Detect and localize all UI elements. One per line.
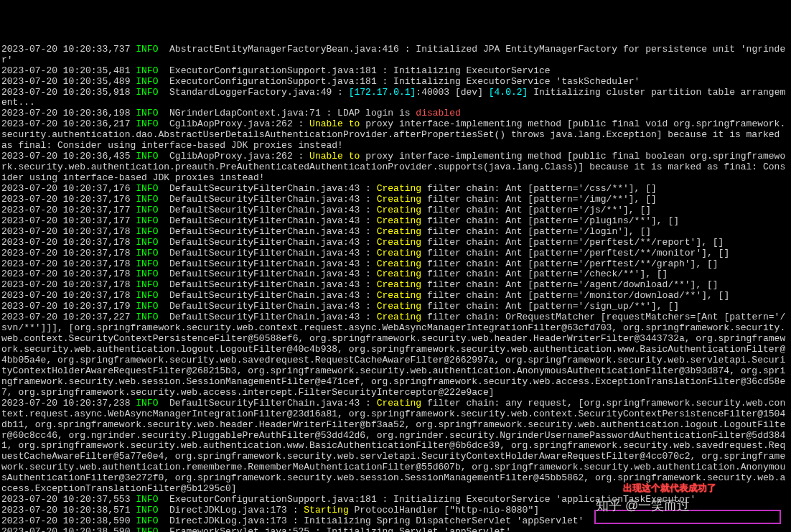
log-level: INFO bbox=[136, 312, 158, 322]
log-segment: Creating bbox=[377, 237, 421, 248]
log-segment: ExecutorConfigurationSupport.java:181 : … bbox=[158, 494, 696, 505]
log-segment: Starting bbox=[304, 505, 348, 515]
log-segment: DefaultSecurityFilterChain.java:43 : bbox=[158, 301, 376, 312]
log-level: INFO bbox=[136, 118, 158, 129]
log-segment: Unable to bbox=[309, 151, 360, 162]
log-segment: DirectJDKLog.java:173 : Initializing Spr… bbox=[158, 515, 584, 526]
log-segment: Creating bbox=[377, 258, 421, 269]
log-segment: DefaultSecurityFilterChain.java:43 : bbox=[158, 215, 376, 226]
log-level: INFO bbox=[136, 505, 158, 515]
log-timestamp: 2023-07-20 10:20:33,737 bbox=[1, 44, 130, 55]
log-segment: DirectJDKLog.java:173 : bbox=[158, 505, 304, 515]
log-segment: ExecutorConfigurationSupport.java:181 : … bbox=[158, 65, 550, 76]
log-segment: DefaultSecurityFilterChain.java:43 : bbox=[158, 205, 376, 215]
log-segment: DefaultSecurityFilterChain.java:43 : bbox=[158, 194, 376, 205]
log-timestamp: 2023-07-20 10:20:37,179 bbox=[1, 301, 130, 312]
log-level: INFO bbox=[136, 76, 158, 87]
log-level: INFO bbox=[136, 205, 158, 215]
log-timestamp: 2023-07-20 10:20:35,489 bbox=[1, 76, 130, 87]
log-level: INFO bbox=[136, 248, 158, 258]
log-segment: Creating bbox=[377, 398, 421, 409]
log-timestamp: 2023-07-20 10:20:37,553 bbox=[1, 494, 130, 505]
log-timestamp: 2023-07-20 10:20:37,178 bbox=[1, 248, 130, 258]
log-level: INFO bbox=[136, 301, 158, 312]
log-segment: DefaultSecurityFilterChain.java:43 : bbox=[158, 248, 376, 258]
log-segment: filter chain: Ant [pattern='/js/**'], [] bbox=[421, 205, 651, 215]
log-segment: DefaultSecurityFilterChain.java:43 : bbox=[158, 312, 376, 322]
log-timestamp: 2023-07-20 10:20:38,590 bbox=[1, 526, 130, 532]
log-segment: filter chain: Ant [pattern='/sign_up/**'… bbox=[421, 301, 679, 312]
log-segment: DefaultSecurityFilterChain.java:43 : bbox=[158, 269, 376, 279]
log-segment: filter chain: Ant [pattern='/img/**'], [… bbox=[421, 194, 657, 205]
log-timestamp: 2023-07-20 10:20:36,217 bbox=[1, 118, 130, 129]
log-timestamp: 2023-07-20 10:20:37,178 bbox=[1, 226, 130, 237]
log-level: INFO bbox=[136, 269, 158, 279]
log-segment: DefaultSecurityFilterChain.java:43 : bbox=[158, 183, 376, 194]
log-level: INFO bbox=[136, 279, 158, 290]
log-segment: FrameworkServlet.java:525 : Initializing… bbox=[158, 526, 510, 532]
log-level: INFO bbox=[136, 183, 158, 194]
log-segment: filter chain: Ant [pattern='/perftest/**… bbox=[421, 258, 718, 269]
log-segment: Creating bbox=[377, 248, 421, 258]
log-timestamp: 2023-07-20 10:20:37,178 bbox=[1, 290, 130, 301]
log-timestamp: 2023-07-20 10:20:37,178 bbox=[1, 258, 130, 269]
log-segment: DefaultSecurityFilterChain.java:43 : bbox=[158, 258, 376, 269]
log-segment: Creating bbox=[377, 269, 421, 279]
log-timestamp: 2023-07-20 10:20:36,435 bbox=[1, 151, 130, 162]
log-segment: NGrinderLdapContext.java:71 : LDAP login… bbox=[158, 108, 416, 118]
log-level: INFO bbox=[136, 398, 158, 409]
log-segment: Creating bbox=[377, 301, 421, 312]
log-segment: filter chain: OrRequestMatcher [requestM… bbox=[1, 312, 785, 398]
log-segment: ExecutorConfigurationSupport.java:181 : … bbox=[158, 76, 640, 87]
log-timestamp: 2023-07-20 10:20:37,178 bbox=[1, 269, 130, 279]
log-level: INFO bbox=[136, 215, 158, 226]
log-segment: filter chain: Ant [pattern='/perftest/**… bbox=[421, 237, 724, 248]
log-segment: filter chain: Ant [pattern='/plugins/**'… bbox=[421, 215, 679, 226]
log-level: INFO bbox=[136, 65, 158, 76]
log-level: INFO bbox=[136, 237, 158, 248]
log-segment: disabled bbox=[416, 108, 460, 118]
terminal-log-output: 2023-07-20 10:20:33,737 INFO AbstractEnt… bbox=[1, 45, 790, 532]
log-timestamp: 2023-07-20 10:20:36,198 bbox=[1, 108, 130, 118]
log-timestamp: 2023-07-20 10:20:38,590 bbox=[1, 515, 130, 526]
log-segment: DefaultSecurityFilterChain.java:43 : bbox=[158, 279, 376, 290]
log-segment: CglibAopProxy.java:262 : bbox=[158, 118, 309, 129]
log-level: INFO bbox=[136, 44, 158, 55]
log-segment: filter chain: Ant [pattern='/login'], [] bbox=[421, 226, 651, 237]
log-segment: Creating bbox=[377, 194, 421, 205]
log-timestamp: 2023-07-20 10:20:37,238 bbox=[1, 398, 130, 409]
log-segment: [172.17.0.1] bbox=[349, 87, 416, 98]
log-level: INFO bbox=[136, 515, 158, 526]
log-segment: filter chain: Ant [pattern='/perftest/**… bbox=[421, 248, 729, 258]
log-segment: DefaultSecurityFilterChain.java:43 : bbox=[158, 237, 376, 248]
log-segment: StandardLoggerFactory.java:49 : bbox=[158, 87, 348, 98]
log-level: INFO bbox=[136, 290, 158, 301]
log-segment: [4.0.2] bbox=[489, 87, 528, 98]
log-level: INFO bbox=[136, 87, 158, 98]
log-segment: :40003 [dev] bbox=[416, 87, 488, 98]
log-segment: filter chain: Ant [pattern='/check/**'],… bbox=[421, 269, 668, 279]
log-timestamp: 2023-07-20 10:20:37,227 bbox=[1, 312, 130, 322]
log-segment: Creating bbox=[377, 279, 421, 290]
log-segment: Unable to bbox=[309, 118, 360, 129]
log-segment: CglibAopProxy.java:262 : bbox=[158, 151, 309, 162]
log-segment: filter chain: Ant [pattern='/agent/downl… bbox=[421, 279, 718, 290]
log-segment: Creating bbox=[377, 312, 421, 322]
log-level: INFO bbox=[136, 108, 158, 118]
log-segment: Creating bbox=[377, 183, 421, 194]
log-level: INFO bbox=[136, 258, 158, 269]
log-timestamp: 2023-07-20 10:20:35,481 bbox=[1, 65, 130, 76]
log-segment: DefaultSecurityFilterChain.java:43 : bbox=[158, 398, 376, 409]
log-timestamp: 2023-07-20 10:20:38,571 bbox=[1, 505, 130, 515]
log-level: INFO bbox=[136, 494, 158, 505]
log-segment: DefaultSecurityFilterChain.java:43 : bbox=[158, 226, 376, 237]
log-timestamp: 2023-07-20 10:20:37,176 bbox=[1, 183, 130, 194]
log-segment: Creating bbox=[377, 226, 421, 237]
log-segment: ProtocolHandler ["http-nio-8080"] bbox=[349, 505, 539, 515]
log-level: INFO bbox=[136, 226, 158, 237]
log-timestamp: 2023-07-20 10:20:37,178 bbox=[1, 237, 130, 248]
log-timestamp: 2023-07-20 10:20:35,918 bbox=[1, 87, 130, 98]
log-segment: filter chain: Ant [pattern='/monitor/dow… bbox=[421, 290, 729, 301]
log-level: INFO bbox=[136, 151, 158, 162]
log-timestamp: 2023-07-20 10:20:37,177 bbox=[1, 215, 130, 226]
